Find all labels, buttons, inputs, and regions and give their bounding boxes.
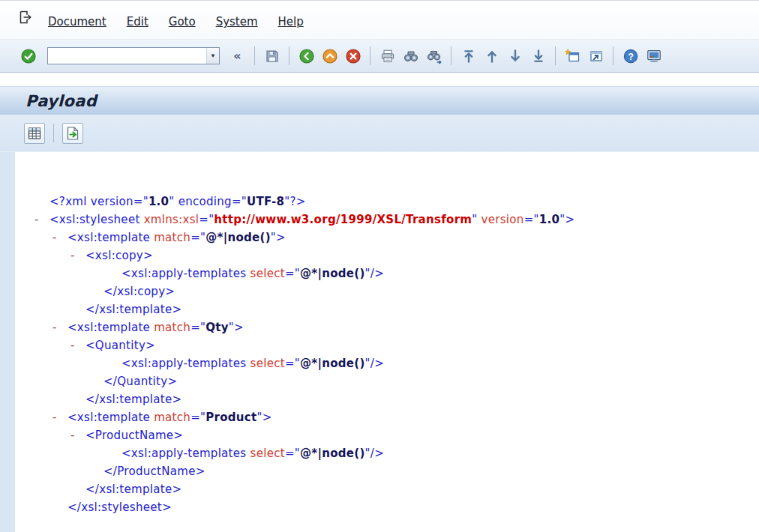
xml-token-val: @*|node() [300,267,365,280]
monitor-icon [646,48,662,64]
xml-token-tag: <xsl:apply-templates [122,357,250,370]
grid-display-button[interactable] [24,123,45,144]
xml-token-tag: <xsl:template [68,321,154,334]
enter-button[interactable] [18,46,38,66]
find-next-button[interactable] [424,46,444,66]
chevrons-left-icon: « [233,49,241,63]
collapse-toggle[interactable]: - [70,247,86,265]
xml-token-attr: select [250,447,285,460]
menu-item-goto[interactable]: Goto [169,15,196,28]
collapse-toggle[interactable]: - [52,318,68,336]
xml-tree: <?xml version="1.0" encoding="UTF-8"?>-<… [15,152,759,521]
toolbar-separator [289,46,290,65]
xml-line: <?xml version="1.0" encoding="UTF-8"?> [34,193,754,211]
xml-line: </xsl:template> [34,480,754,498]
xml-line: </ProductName> [34,462,754,480]
check-circle-icon [20,48,37,64]
toolbar-separator [613,46,614,65]
xml-token-tag: <xsl:template [68,411,154,424]
xml-token-val: Qty [206,321,229,334]
application-toolbar [0,115,759,152]
customize-layout-button[interactable] [644,46,664,66]
application-toolbar-items [22,123,85,144]
xml-line: -<ProductName> [34,426,754,444]
xml-token-tag: </Quantity> [104,375,177,388]
xml-token-tag: "> [560,213,574,226]
help-icon: ? [622,48,639,64]
command-input[interactable] [48,48,206,64]
print-button[interactable] [377,46,398,66]
xml-token-tag: "> [271,231,286,244]
xml-token-attr: select [250,267,285,280]
xml-line: -<xsl:stylesheet xmlns:xsl="http://www.w… [34,211,754,229]
xml-line: -<xsl:copy> [34,247,754,265]
xml-token-tag: =" [190,411,206,424]
xml-token-tag: "> [256,411,272,424]
xml-token-tag: <Quantity> [86,339,155,352]
xml-token-tag: =" [285,357,300,370]
collapse-toggle[interactable]: - [70,336,86,354]
new-session-button[interactable] [562,46,583,66]
xml-line: <xsl:apply-templates select="@*|node()"/… [34,444,754,462]
xml-token-tag: "/> [365,267,384,280]
xml-token-attr: match [154,231,190,244]
xml-token-tag: "/> [365,357,384,370]
xml-line: -<xsl:template match="Product"> [34,408,754,426]
xml-token-tag: </ProductName> [104,465,206,478]
collapse-toggle[interactable]: - [52,408,68,426]
create-shortcut-button[interactable] [586,46,606,66]
save-button[interactable] [262,46,282,66]
xml-token-attr: xmlns:xsl [144,213,200,226]
xml-line: </Quantity> [34,372,754,390]
help-button[interactable]: ? [620,46,640,66]
first-page-button[interactable] [458,46,478,66]
menu-item-system[interactable]: System [216,15,258,28]
xml-token-attr: version [482,213,524,226]
xml-token-val: Product [206,411,256,424]
xml-token-tag: <xsl:apply-templates [122,267,250,280]
svg-text:?: ? [628,51,634,61]
collapse-toggle[interactable]: - [34,211,50,229]
cancel-button[interactable] [343,46,363,66]
xml-token-tag: <ProductName> [86,429,183,442]
xml-line: <xsl:apply-templates select="@*|node()"/… [34,265,754,282]
content-area: <?xml version="1.0" encoding="UTF-8"?>-<… [0,152,759,532]
export-payload-button[interactable] [62,123,83,144]
last-page-button[interactable] [528,46,548,66]
page-export-icon [64,125,81,142]
xml-line: <xsl:apply-templates select="@*|node()"/… [34,354,754,372]
find-button[interactable] [400,46,421,66]
xml-token-tag: </xsl:template> [86,393,182,406]
command-field: ▼ [47,47,220,64]
collapse-toggle[interactable]: - [52,229,68,247]
collapse-toggle[interactable]: - [70,426,86,444]
title-bar: Payload [0,86,759,115]
page-up-button[interactable] [482,46,502,66]
page-down-button[interactable] [505,46,525,66]
page-up-icon [484,48,500,64]
binoculars-next-icon [426,48,442,64]
menu-item-document[interactable]: Document [48,15,106,28]
command-dropdown-button[interactable]: ▼ [206,48,219,64]
floppy-icon [264,48,280,64]
left-border-strip [0,152,15,532]
menu-bar: DocumentEditGotoSystemHelp [0,1,759,40]
back-button[interactable] [296,46,316,66]
toolbar-separator [370,46,370,65]
xml-token-tag: </xsl:template> [86,303,182,316]
menu-item-help[interactable]: Help [278,15,304,28]
menu-item-edit[interactable]: Edit [127,15,148,28]
exit-session-icon[interactable] [16,8,34,26]
xml-line: -<xsl:template match="@*|node()"> [34,229,754,247]
grid-icon [26,125,43,142]
xml-token-attr: select [250,357,285,370]
toolbar-title-gap [0,73,759,86]
new-session-icon [565,48,581,64]
xml-line: </xsl:template> [34,390,754,408]
xml-line: -<xsl:template match="Qty"> [34,318,754,336]
menu-bar-items: DocumentEditGotoSystemHelp [48,8,324,28]
exit-button[interactable] [320,46,340,66]
hide-command-field-button[interactable]: « [227,46,248,66]
xml-token-tag: </xsl:stylesheet> [68,501,172,514]
back-circle-icon [298,48,315,64]
